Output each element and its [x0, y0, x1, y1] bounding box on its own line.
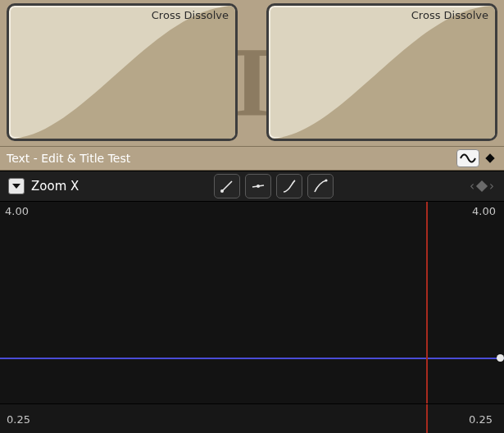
curve-mode-button[interactable]: [456, 149, 479, 167]
chevron-down-icon: [12, 183, 20, 189]
sine-wave-icon: [460, 153, 476, 164]
curve-line: [0, 358, 504, 359]
diamond-icon: [484, 152, 497, 165]
curve-tool-group: [214, 174, 334, 198]
ruler-tick-start: 0.25: [7, 413, 30, 426]
clip-title: Text - Edit & Title Test: [7, 152, 455, 165]
ease-curve-icon: [269, 6, 495, 139]
ease-out-icon: [312, 178, 329, 194]
add-keyframe-button[interactable]: [476, 180, 488, 192]
svg-point-3: [325, 179, 327, 181]
curve-tool-ease-in[interactable]: [276, 174, 302, 198]
ruler-tick-end: 0.25: [469, 413, 493, 426]
svg-rect-0: [485, 153, 494, 162]
playhead[interactable]: [426, 404, 428, 433]
transition-card-right[interactable]: Cross Dissolve: [266, 3, 497, 141]
parameter-name: Zoom X: [31, 179, 79, 194]
transition-label: Cross Dissolve: [411, 9, 488, 21]
time-ruler[interactable]: 0.25 0.25: [0, 403, 504, 433]
curve-tool-ease-out[interactable]: [307, 174, 334, 198]
ease-in-icon: [281, 178, 297, 194]
transition-card-left[interactable]: Cross Dissolve: [7, 3, 238, 141]
keyframe-nav: ‹ ›: [468, 179, 496, 194]
clip-header-bar: Text - Edit & Title Test: [0, 146, 504, 171]
keyframe-handle[interactable]: [497, 354, 504, 362]
transition-strip: T Cross Dissolve Cross Dissolve: [0, 0, 504, 146]
curve-tool-linear[interactable]: [214, 174, 240, 198]
parameter-dropdown[interactable]: [8, 178, 25, 194]
keyframe-mode-button[interactable]: [481, 150, 499, 166]
ease-curve-icon: [9, 6, 235, 139]
transition-label: Cross Dissolve: [152, 9, 229, 21]
value-axis-top-left: 4.00: [5, 205, 29, 217]
ease-both-icon: [250, 178, 266, 194]
curve-tool-ease-both[interactable]: [245, 174, 271, 198]
curve-graph[interactable]: 4.00 4.00: [0, 202, 504, 403]
playhead[interactable]: [426, 202, 428, 403]
prev-keyframe-button[interactable]: ‹: [468, 179, 476, 194]
value-axis-top-right: 4.00: [472, 205, 496, 217]
linear-curve-icon: [219, 178, 235, 194]
next-keyframe-button[interactable]: ›: [488, 179, 496, 194]
parameter-row: Zoom X ‹: [0, 171, 504, 202]
